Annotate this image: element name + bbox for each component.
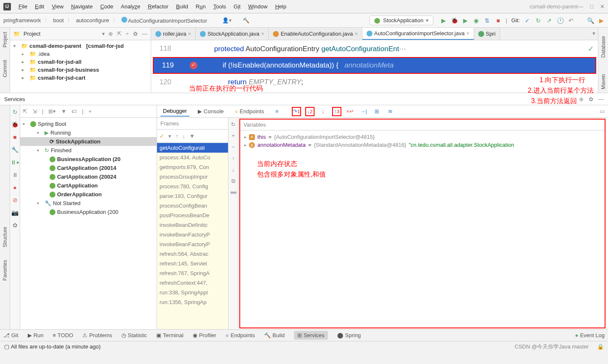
bottom-tab-statistic[interactable]: ◷ Statistic bbox=[121, 332, 147, 338]
bottom-tab-problems[interactable]: ⚠ Problems bbox=[82, 332, 112, 338]
target-icon[interactable]: ⊕ bbox=[579, 96, 584, 102]
collapse-icon[interactable]: ÷ bbox=[126, 31, 129, 37]
rerun-icon[interactable]: ↻ bbox=[12, 109, 18, 115]
editor-tab[interactable]: roller.java× bbox=[151, 28, 196, 40]
editor-tab[interactable]: StockApplication.java× bbox=[196, 28, 269, 40]
collapse-all-icon[interactable]: ⇲ bbox=[32, 108, 37, 114]
expand-icon[interactable]: ⇱ bbox=[117, 31, 122, 37]
hide-icon[interactable]: — bbox=[142, 31, 147, 37]
breadcrumb-item[interactable]: autoconfigure bbox=[76, 17, 109, 23]
tree-leaf[interactable]: BusinessApplication (200 bbox=[20, 208, 157, 216]
tab-overflow-icon[interactable]: ▾ bbox=[590, 28, 598, 40]
step-into-button[interactable]: ↓2 bbox=[305, 107, 314, 116]
tree-node[interactable]: ▾Spring Boot bbox=[20, 120, 157, 128]
filter-frame-icon[interactable]: ▼ bbox=[189, 133, 195, 139]
remove-watch-icon[interactable]: − bbox=[232, 144, 235, 150]
tree-item[interactable]: ▸📁.idea bbox=[10, 50, 151, 58]
variable-row[interactable]: ▸p annotationMetadata = {StandardAnnotat… bbox=[243, 141, 602, 149]
tree-node[interactable]: ▾▶Running bbox=[20, 128, 157, 137]
force-step-into-button[interactable]: ↓ bbox=[319, 107, 328, 116]
close-button[interactable]: ✕ bbox=[600, 3, 605, 10]
breakpoints-icon[interactable]: ● bbox=[12, 184, 18, 191]
attach-button[interactable]: ⇅ bbox=[484, 17, 490, 24]
variable-row[interactable]: ▸≡ this = {AutoConfigurationImportSelect… bbox=[243, 133, 602, 141]
frame-item[interactable]: processGroupImpor bbox=[157, 172, 228, 182]
settings-icon[interactable]: ✿ bbox=[133, 31, 138, 37]
minimize-button[interactable]: — bbox=[578, 3, 583, 10]
breadcrumb-item[interactable]: pringframework bbox=[3, 17, 41, 23]
next-frame-icon[interactable]: ↓ bbox=[183, 133, 186, 139]
frame-item-selected[interactable]: getAutoConfigurati bbox=[157, 143, 228, 153]
frame-item[interactable]: parse:193, Configur bbox=[157, 191, 228, 201]
frame-item[interactable]: refreshContext:447, bbox=[157, 278, 228, 288]
tree-item[interactable]: ▸📁csmall-for-jsd-business bbox=[10, 66, 151, 74]
stop-icon[interactable]: ■ bbox=[12, 134, 18, 140]
new-watch-icon[interactable]: + bbox=[232, 133, 235, 139]
tree-leaf[interactable]: CartApplication (20024 bbox=[20, 172, 157, 181]
menu-help[interactable]: Help bbox=[272, 2, 290, 11]
debugger-tab-console[interactable]: ▶ Console bbox=[195, 107, 226, 116]
breakpoint-icon[interactable] bbox=[190, 62, 197, 69]
expand-all-icon[interactable]: ⇱ bbox=[23, 108, 27, 114]
bottom-tab-build[interactable]: 🔨 Build bbox=[264, 332, 285, 338]
frame-item[interactable]: refresh:767, SpringA bbox=[157, 268, 228, 278]
ide-icon[interactable]: ▶ bbox=[598, 17, 605, 24]
coverage-button[interactable]: ▶ bbox=[462, 17, 469, 24]
menu-refactor[interactable]: Refactor bbox=[144, 2, 172, 11]
menu-code[interactable]: Code bbox=[97, 2, 117, 11]
step-out-button[interactable]: ↑3 bbox=[332, 107, 341, 116]
menu-run[interactable]: Run bbox=[192, 2, 209, 11]
profile-button[interactable]: ◉ bbox=[473, 17, 480, 24]
run-icon[interactable]: 🐞 bbox=[12, 121, 18, 128]
run-to-cursor-icon[interactable]: →| bbox=[359, 107, 368, 116]
tree-node[interactable]: ▾🔧Not Started bbox=[20, 199, 157, 208]
git-update-icon[interactable]: ✓ bbox=[524, 17, 531, 24]
menu-edit[interactable]: Edit bbox=[31, 2, 47, 11]
frame-item[interactable]: run:1356, SpringAp bbox=[157, 297, 228, 307]
project-title[interactable]: Project bbox=[24, 31, 99, 37]
tree-item[interactable]: ▸📁csmall-for-jsd-cart bbox=[10, 74, 151, 82]
debugger-tab-endpoints[interactable]: ⟐ Endpoints bbox=[232, 107, 267, 116]
run-config-selector[interactable]: ⬤ StockApplication ▾ bbox=[370, 16, 433, 25]
git-history-icon[interactable]: 🕐 bbox=[557, 17, 563, 24]
bottom-tab-endpoints[interactable]: ⟐ Endpoints bbox=[225, 332, 255, 338]
debugger-tab-debugger[interactable]: Debugger bbox=[160, 106, 189, 117]
settings-icon[interactable]: ✿ bbox=[589, 96, 593, 102]
code-editor[interactable]: 118 protected AutoConfigurationEntry get… bbox=[151, 40, 598, 91]
tree-leaf-selected[interactable]: ⟳StockApplication bbox=[20, 137, 157, 146]
glasses-icon[interactable]: 👓 bbox=[230, 190, 237, 196]
settings-icon[interactable]: ✿ bbox=[12, 222, 18, 229]
select-opened-icon[interactable]: ⊕ bbox=[108, 31, 113, 37]
tree-leaf[interactable]: OrderApplication bbox=[20, 190, 157, 199]
menu-navigate[interactable]: Navigate bbox=[68, 2, 96, 11]
git-push-icon[interactable]: ↗ bbox=[546, 17, 553, 24]
bottom-tab-todo[interactable]: ≡ TODO bbox=[52, 332, 73, 338]
frame-item[interactable]: refresh:564, Abstrac bbox=[157, 249, 228, 259]
frame-item[interactable]: postProcessBeanDe bbox=[157, 211, 228, 220]
tree-item[interactable]: ▸📁csmall-for-jsd-all bbox=[10, 58, 151, 66]
stop-button[interactable]: ■ bbox=[495, 17, 501, 24]
tree-leaf[interactable]: CartApplication (20014 bbox=[20, 164, 157, 172]
restore-icon[interactable]: ↻ bbox=[231, 121, 236, 127]
tree-leaf[interactable]: CartApplication bbox=[20, 181, 157, 190]
lock-icon[interactable]: 🔒 bbox=[597, 343, 604, 350]
menu-window[interactable]: Window bbox=[245, 2, 271, 11]
maximize-button[interactable]: □ bbox=[590, 3, 593, 10]
frame-item[interactable]: refresh:145, Servlet bbox=[157, 259, 228, 268]
editor-tab[interactable]: EnableAutoConfiguration.java× bbox=[269, 28, 362, 40]
drop-frame-icon[interactable]: ×↵ bbox=[346, 107, 355, 116]
down-icon[interactable]: ↓ bbox=[232, 166, 235, 173]
wrench-icon[interactable]: 🔧 bbox=[12, 146, 18, 153]
trace-icon[interactable]: ≋ bbox=[386, 107, 395, 116]
debug-button[interactable]: 🐞 bbox=[451, 17, 458, 24]
editor-tab-active[interactable]: AutoConfigurationImportSelector.java× bbox=[362, 28, 474, 40]
add-icon[interactable]: + bbox=[89, 108, 92, 114]
menu-build[interactable]: Build bbox=[173, 2, 191, 11]
copy-icon[interactable]: ⧉ bbox=[231, 178, 235, 185]
pause-icon[interactable]: ⏸ bbox=[12, 172, 18, 178]
filter-icon[interactable]: ▼ bbox=[61, 108, 66, 114]
threads-icon[interactable]: ≡ bbox=[273, 107, 282, 116]
menu-git[interactable]: Git bbox=[230, 2, 244, 11]
frame-item[interactable]: getImports:879, Con bbox=[157, 162, 228, 172]
bottom-tab-services[interactable]: ⊞ Services bbox=[294, 331, 328, 340]
